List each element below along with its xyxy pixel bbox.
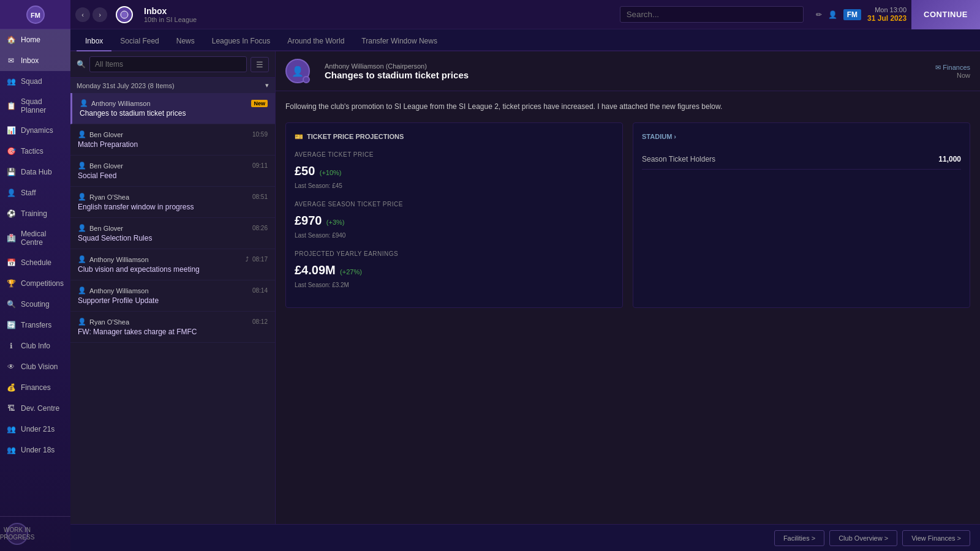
inbox-search-input[interactable]: [89, 56, 247, 72]
sidebar-item-data-hub[interactable]: 💾 Data Hub: [0, 162, 70, 182]
tab-inbox[interactable]: Inbox: [77, 32, 111, 51]
sidebar-item-label: Dev. Centre: [21, 404, 59, 413]
continue-button[interactable]: CONTINUE: [911, 0, 980, 29]
medical-icon: 🏥: [6, 233, 16, 243]
club-info-icon: ℹ: [6, 341, 16, 351]
stat-label: AVERAGE SEASON TICKET PRICE: [295, 200, 614, 209]
page-subtitle: 10th in SI League: [144, 16, 612, 23]
inbox-list: 🔍 ☰ Monday 31st July 2023 (8 Items) ▾ 👤 …: [70, 51, 276, 551]
message-item-6[interactable]: 👤 Anthony Williamson ⤴ 08:17 Club vision…: [70, 249, 275, 280]
sidebar-item-transfers[interactable]: 🔄 Transfers: [0, 315, 70, 335]
training-icon: ⚽: [6, 209, 16, 219]
tab-leagues-in-focus[interactable]: Leagues In Focus: [203, 32, 279, 51]
stadium-title[interactable]: STADIUM ›: [642, 132, 961, 143]
person-icon[interactable]: 👤: [828, 10, 837, 19]
topbar-title-area: Inbox 10th in SI League: [137, 6, 620, 23]
sidebar-item-finances[interactable]: 💰 Finances: [0, 377, 70, 398]
topbar-icons: ✏ 👤 FM: [810, 9, 867, 20]
stat-value: £4.09M: [295, 263, 336, 277]
message-item-4[interactable]: 👤 Ryan O'Shea 08:51 English transfer win…: [70, 187, 275, 218]
squad-icon: 👥: [6, 77, 16, 86]
fm-badge: FM: [843, 9, 861, 20]
sidebar-item-label: Medical Centre: [21, 230, 64, 247]
sidebar-item-label: Finances: [21, 383, 51, 392]
sidebar-item-home[interactable]: 🏠 Home: [0, 29, 70, 50]
sidebar-item-label: Under 21s: [21, 425, 55, 433]
sidebar-item-club-vision[interactable]: 👁 Club Vision: [0, 356, 70, 377]
tab-around-world[interactable]: Around the World: [279, 32, 353, 51]
stadium-link-arrow: ›: [674, 133, 676, 140]
message-subject: English transfer window in progress: [78, 203, 268, 211]
sidebar-item-training[interactable]: ⚽ Training: [0, 203, 70, 224]
sidebar-item-under21s[interactable]: 👥 Under 21s: [0, 419, 70, 440]
sidebar-item-label: Staff: [21, 189, 36, 197]
projections-container: 🎫 TICKET PRICE PROJECTIONS AVERAGE TICKE…: [285, 122, 970, 308]
tab-social-feed[interactable]: Social Feed: [111, 32, 167, 51]
sender-name: 👤 Ben Glover: [78, 130, 123, 138]
msg-subject-title: Changes to stadium ticket prices: [325, 70, 928, 80]
global-search-input[interactable]: [620, 6, 804, 23]
staff-icon: 👤: [6, 188, 16, 198]
date-full: 31 Jul 2023: [867, 14, 907, 24]
sender-row: 👤 Anthony Williamson ⤴ 08:17: [78, 255, 268, 263]
date-header-text: Monday 31st July 2023 (8 Items): [77, 82, 175, 89]
pencil-icon[interactable]: ✏: [816, 10, 822, 19]
message-item-2[interactable]: 👤 Ben Glover 10:59 Match Preparation: [70, 124, 275, 156]
msg-timestamp: Now: [935, 72, 970, 79]
person-icon: 👤: [78, 224, 86, 232]
sidebar-item-scouting[interactable]: 🔍 Scouting: [0, 294, 70, 315]
msg-time: 08:12: [252, 318, 268, 325]
sidebar-item-medical[interactable]: 🏥 Medical Centre: [0, 224, 70, 252]
stat-value-row: £4.09M (+27%): [295, 260, 614, 280]
inbox-icon: ✉: [6, 56, 16, 66]
date-time: Mon 13:00: [867, 6, 907, 14]
sidebar-item-label: Club Info: [21, 342, 50, 350]
message-item-8[interactable]: 👤 Ryan O'Shea 08:12 FW: Manager takes ch…: [70, 312, 275, 343]
message-item-1[interactable]: 👤 Anthony Williamson New Changes to stad…: [70, 93, 275, 124]
stat-avg-ticket: AVERAGE TICKET PRICE £50 (+10%) Last Sea…: [295, 150, 614, 191]
msg-header-info: Anthony Williamson (Chairperson) Changes…: [325, 62, 928, 80]
sidebar-item-competitions[interactable]: 🏆 Competitions: [0, 273, 70, 294]
tab-transfer-window[interactable]: Transfer Window News: [353, 32, 446, 51]
stadium-row-label: Season Ticket Holders: [642, 154, 715, 165]
message-subject: Match Preparation: [78, 140, 268, 149]
stat-change: (+10%): [320, 169, 342, 176]
stadium-row-1: Season Ticket Holders 11,000: [642, 150, 961, 170]
facilities-button[interactable]: Facilities >: [774, 530, 824, 546]
sidebar-item-under18s[interactable]: 👥 Under 18s: [0, 440, 70, 460]
sidebar-item-dynamics[interactable]: 📊 Dynamics: [0, 120, 70, 141]
finances-link[interactable]: ✉ Finances: [935, 64, 970, 72]
sidebar-item-schedule[interactable]: 📅 Schedule: [0, 252, 70, 273]
sidebar-item-squad-planner[interactable]: 📋 Squad Planner: [0, 92, 70, 120]
sidebar-item-squad[interactable]: 👥 Squad: [0, 71, 70, 92]
sender-row: 👤 Ben Glover 10:59: [78, 130, 268, 138]
collapse-icon: ▾: [265, 81, 269, 89]
date-group-header[interactable]: Monday 31st July 2023 (8 Items) ▾: [70, 78, 275, 93]
message-item-3[interactable]: 👤 Ben Glover 09:11 Social Feed: [70, 156, 275, 187]
club-overview-button[interactable]: Club Overview >: [829, 530, 897, 546]
sidebar-logo: FM: [0, 0, 70, 29]
sidebar-item-inbox[interactable]: ✉ Inbox: [0, 50, 70, 71]
sidebar-item-club-info[interactable]: ℹ Club Info: [0, 335, 70, 356]
nav-back-button[interactable]: ‹: [75, 7, 90, 22]
stadium-card: STADIUM › Season Ticket Holders 11,000: [633, 122, 970, 308]
filter-button[interactable]: ☰: [251, 57, 269, 72]
nav-forward-button[interactable]: ›: [92, 7, 107, 22]
message-item-7[interactable]: 👤 Anthony Williamson 08:14 Supporter Pro…: [70, 280, 275, 312]
club-vision-icon: 👁: [6, 362, 16, 372]
view-finances-button[interactable]: View Finances >: [902, 530, 970, 546]
sidebar-item-label: Squad Planner: [21, 97, 64, 114]
message-content: 👤 Anthony Williamson (Chairperson) Chang…: [276, 51, 980, 551]
tab-news[interactable]: News: [168, 32, 203, 51]
bottom-bar: Facilities > Club Overview > View Financ…: [70, 524, 980, 551]
sidebar-item-dev-centre[interactable]: 🏗 Dev. Centre: [0, 398, 70, 419]
message-subject: Social Feed: [78, 171, 268, 180]
message-item-5[interactable]: 👤 Ben Glover 08:26 Squad Selection Rules: [70, 218, 275, 249]
new-badge: New: [251, 100, 268, 107]
sidebar-item-tactics[interactable]: 🎯 Tactics: [0, 141, 70, 162]
msg-time: 08:17: [252, 256, 268, 263]
nav-home-button[interactable]: [116, 6, 133, 23]
person-icon: 👤: [78, 255, 86, 263]
sidebar-item-staff[interactable]: 👤 Staff: [0, 182, 70, 203]
stat-value-row: £970 (+3%): [295, 211, 614, 230]
